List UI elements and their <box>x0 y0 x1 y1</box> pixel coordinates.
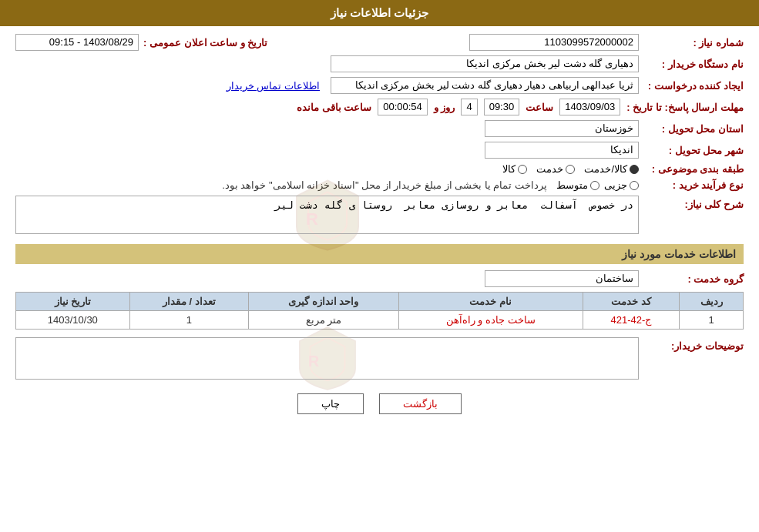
value-countdown: 00:00:54 <box>378 99 428 115</box>
label-mohlatErsalPasakh: مهلت ارسال پاسخ: تا تاریخ : <box>626 102 744 113</box>
label-saatBaghimande: ساعت باقی مانده <box>297 102 371 113</box>
label-noFarayand: نوع فرآیند خرید : <box>643 179 744 191</box>
row-tawzihat: توضیحات خریدار: R <box>15 337 744 382</box>
label-tarikh: تاریخ و ساعت اعلان عمومی : <box>143 37 267 49</box>
print-button[interactable]: چاپ <box>297 393 364 414</box>
row-mohlatErsalPasakh: مهلت ارسال پاسخ: تا تاریخ : 1403/09/03 س… <box>15 99 744 115</box>
th-vahed: واحد اندازه گیری <box>249 293 399 311</box>
value-ijadKonande: ثریا عبدالهی اربیاهی دهیار دهیاری گله دش… <box>331 77 639 94</box>
back-button[interactable]: بازگشت <box>379 393 462 414</box>
table-row: 1 ج-42-421 ساخت جاده و راه‌آهن متر مربع … <box>16 311 744 330</box>
row-shahr: شهر محل تحویل : اندیکا <box>15 142 744 159</box>
value-ostan: خوزستان <box>485 120 639 137</box>
row-grohKhedmat: گروه خدمت : ساختمان <box>15 270 744 287</box>
radio-label-kala: کالا <box>502 163 516 175</box>
th-tedad: تعداد / مقدار <box>129 293 248 311</box>
value-saat: 09:30 <box>484 99 520 115</box>
page-title: جزئیات اطلاعات نیاز <box>331 6 428 19</box>
td-radif: 1 <box>680 311 744 330</box>
farayand-desc: پرداخت تمام یا بخشی از مبلغ خریدار از مح… <box>222 179 547 191</box>
sharh-container: R <box>15 196 639 236</box>
khadamat-table: ردیف کد خدمت نام خدمت واحد اندازه گیری ت… <box>15 292 744 330</box>
radio-khedmat[interactable]: خدمت <box>536 163 575 175</box>
td-kod: ج-42-421 <box>583 311 680 330</box>
radio-circle-kala <box>518 165 527 174</box>
label-saat: ساعت <box>526 102 553 113</box>
th-tarikh: تاریخ نیاز <box>16 293 130 311</box>
value-date: 1403/09/03 <box>559 99 620 115</box>
row-noFarayand: نوع فرآیند خرید : جزیی متوسط پرداخت تمام… <box>15 179 744 191</box>
radio-label-kala-khedmat: کالا/خدمت <box>584 163 627 175</box>
radio-circle-kala-khedmat <box>630 165 639 174</box>
radio-label-motavaset: متوسط <box>556 179 588 191</box>
th-radif: ردیف <box>680 293 744 311</box>
radio-kala-khedmat[interactable]: کالا/خدمت <box>584 163 639 175</box>
radio-jozvi[interactable]: جزیی <box>604 179 639 191</box>
value-shahr: اندیکا <box>485 142 639 159</box>
radio-label-khedmat: خدمت <box>536 163 563 175</box>
value-sharh[interactable] <box>15 196 639 234</box>
value-tarikh: 1403/08/29 - 09:15 <box>15 34 139 51</box>
section-khadamat: اطلاعات خدمات مورد نیاز <box>15 244 744 264</box>
td-vahed: متر مربع <box>249 311 399 330</box>
th-nam: نام خدمت <box>398 293 583 311</box>
radio-kala[interactable]: کالا <box>502 163 527 175</box>
radio-group-farayand: جزیی متوسط پرداخت تمام یا بخشی از مبلغ خ… <box>222 179 639 191</box>
value-tawzihat[interactable] <box>15 337 639 380</box>
row-shomareNiaz: شماره نیاز : 1103099572000002 تاریخ و سا… <box>15 34 744 51</box>
radio-group-tarighe: کالا/خدمت خدمت کالا <box>502 163 639 175</box>
radio-label-jozvi: جزیی <box>604 179 627 191</box>
label-shahr: شهر محل تحویل : <box>643 145 744 156</box>
label-roz: روز و <box>434 102 455 113</box>
page-header: جزئیات اطلاعات نیاز <box>0 0 759 26</box>
label-tarighe: طبقه بندی موضوعی : <box>643 163 744 175</box>
radio-circle-khedmat <box>566 165 575 174</box>
row-ostan: استان محل تحویل : خوزستان <box>15 120 744 137</box>
row-tarighe: طبقه بندی موضوعی : کالا/خدمت خدمت کالا <box>15 163 744 175</box>
page-wrapper: جزئیات اطلاعات نیاز شماره نیاز : 1103099… <box>0 0 759 532</box>
radio-circle-motavaset <box>590 181 599 190</box>
value-roz: 4 <box>461 99 477 115</box>
table-header-row: ردیف کد خدمت نام خدمت واحد اندازه گیری ت… <box>16 293 744 311</box>
label-namDastgah: نام دستگاه خریدار : <box>643 59 744 70</box>
radio-motavaset[interactable]: متوسط <box>556 179 599 191</box>
link-ijadKonande[interactable]: اطلاعات تماس خریدار <box>227 80 320 92</box>
content-area: شماره نیاز : 1103099572000002 تاریخ و سا… <box>0 26 759 430</box>
label-ijadKonande: ایجاد کننده درخواست : <box>643 80 744 92</box>
row-ijadKonande: ایجاد کننده درخواست : ثریا عبدالهی اربیا… <box>15 77 744 94</box>
td-tarikh: 1403/10/30 <box>16 311 130 330</box>
buttons-row: بازگشت چاپ <box>15 393 744 414</box>
radio-circle-jozvi <box>630 181 639 190</box>
tawzihat-container: R <box>15 337 639 382</box>
label-shomareNiaz: شماره نیاز : <box>643 37 744 49</box>
row-sharh: شرح کلی نیاز: R <box>15 196 744 236</box>
th-kod: کد خدمت <box>583 293 680 311</box>
td-tedad: 1 <box>129 311 248 330</box>
row-namDastgah: نام دستگاه خریدار : دهیاری گله دشت لیر ب… <box>15 55 744 72</box>
value-grohKhedmat: ساختمان <box>485 270 639 287</box>
label-sharh: شرح کلی نیاز: <box>643 196 744 210</box>
label-tawzihat: توضیحات خریدار: <box>643 337 744 352</box>
label-grohKhedmat: گروه خدمت : <box>643 273 744 285</box>
label-ostan: استان محل تحویل : <box>643 123 744 135</box>
value-shomareNiaz: 1103099572000002 <box>469 34 639 51</box>
td-nam: ساخت جاده و راه‌آهن <box>398 311 583 330</box>
value-namDastgah: دهیاری گله دشت لیر بخش مرکزی اندیکا <box>331 55 639 72</box>
